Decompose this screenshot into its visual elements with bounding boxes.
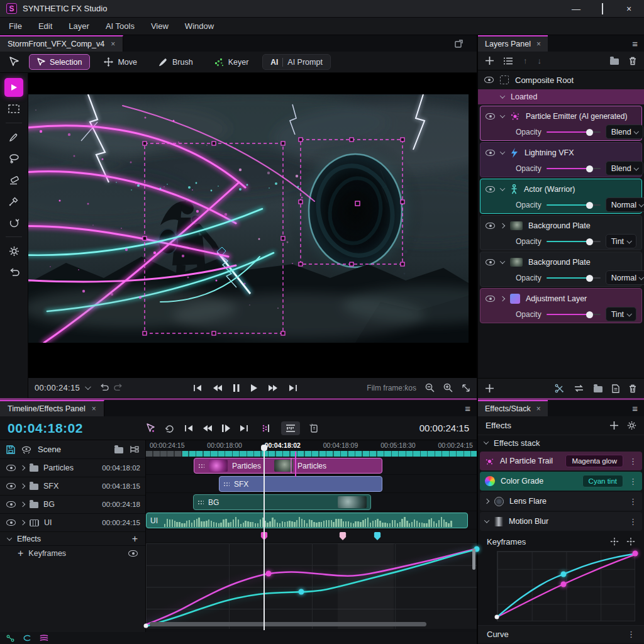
layers-status-icon[interactable] xyxy=(40,635,48,642)
keyframe-dot-cyan[interactable] xyxy=(560,571,566,577)
fast-forward-button[interactable] xyxy=(268,384,278,392)
zoom-in-icon[interactable] xyxy=(443,383,453,392)
opacity-slider[interactable] xyxy=(547,128,601,136)
chevron-down-icon[interactable] xyxy=(7,535,12,540)
move-keyframe-icon[interactable] xyxy=(610,537,619,546)
add-layer-button[interactable] xyxy=(486,57,494,65)
layers-tab-close-icon[interactable]: × xyxy=(536,40,541,48)
preview-status-icon[interactable] xyxy=(23,635,31,641)
chevron-down-icon[interactable] xyxy=(500,149,505,154)
composite-root-checkbox[interactable] xyxy=(500,75,509,84)
play-tool-button[interactable] xyxy=(4,78,23,97)
fit-view-icon[interactable] xyxy=(462,384,470,392)
chevron-down-icon[interactable] xyxy=(500,113,505,118)
keyframe-marker-cyan[interactable] xyxy=(374,532,381,540)
menu-edit[interactable]: Edit xyxy=(38,21,52,31)
select-cursor-icon[interactable] xyxy=(146,423,155,433)
tab-close-icon[interactable]: × xyxy=(111,40,115,48)
kebab-menu-icon[interactable]: ⋮ xyxy=(627,630,635,639)
horizontal-scrollbar[interactable] xyxy=(150,622,426,626)
kebab-menu-icon[interactable]: ⋮ xyxy=(629,457,637,466)
sfx-clip[interactable]: SFX xyxy=(219,476,382,492)
go-to-end-button[interactable] xyxy=(240,425,248,432)
blend-mode-dropdown[interactable]: Tint xyxy=(606,307,636,321)
curve-editor[interactable] xyxy=(146,543,477,629)
visibility-eye-icon[interactable] xyxy=(486,259,495,265)
kebab-menu-icon[interactable]: ⋮ xyxy=(629,517,637,526)
visibility-eye-icon[interactable] xyxy=(128,550,138,557)
keyframes-graph[interactable] xyxy=(497,551,635,621)
selection-tool-button[interactable]: Selection xyxy=(29,54,90,70)
keyframe-dot-magenta[interactable] xyxy=(633,551,638,557)
visibility-eye-icon[interactable] xyxy=(6,501,16,508)
opacity-slider[interactable] xyxy=(547,165,601,172)
undo-history-icon[interactable] xyxy=(99,384,109,392)
track-row-bg[interactable]: BG 00:00:24:18 xyxy=(0,496,145,514)
timeline-progress-bar[interactable] xyxy=(146,451,477,457)
blend-mode-dropdown[interactable]: Blend xyxy=(606,161,643,175)
kebab-menu-icon[interactable]: ⋮ xyxy=(629,497,637,506)
chevron-right-icon[interactable] xyxy=(500,223,505,228)
cursor-icon[interactable] xyxy=(9,57,19,68)
effects-stack-group[interactable]: Effects stack xyxy=(478,435,644,450)
node-graph-status-icon[interactable] xyxy=(6,635,14,642)
tab-timeline-effects[interactable]: Timeline/Effects Panel × xyxy=(0,400,104,416)
kebab-menu-icon[interactable]: ⋮ xyxy=(629,477,637,486)
playhead[interactable] xyxy=(264,450,265,630)
keyframe-marker-pink[interactable] xyxy=(340,532,347,540)
settings-gear-icon[interactable] xyxy=(4,242,23,260)
visibility-eye-icon[interactable] xyxy=(486,186,495,192)
track-row-sfx[interactable]: SFX 00:04:18:15 xyxy=(0,477,145,496)
track-row-particles[interactable]: Particles 00:04:18:02 xyxy=(0,459,145,477)
move-layer-down-button[interactable]: ↓ xyxy=(538,56,542,65)
eyedropper-tool-icon[interactable] xyxy=(4,192,23,211)
visibility-eye-icon[interactable] xyxy=(6,519,16,526)
chevron-right-icon[interactable] xyxy=(484,499,489,504)
add-keyframe-button[interactable]: + xyxy=(18,548,23,558)
blend-mode-dropdown[interactable]: Normal xyxy=(606,270,644,285)
pause-button[interactable] xyxy=(233,384,240,392)
maximize-button[interactable] xyxy=(597,4,608,14)
add-effect-button[interactable]: + xyxy=(132,534,138,544)
chevron-right-icon[interactable] xyxy=(20,484,25,489)
opacity-slider[interactable] xyxy=(547,201,601,209)
undo-tool-icon[interactable] xyxy=(4,263,23,282)
keyframe-marker-row[interactable] xyxy=(146,530,477,543)
effect-row-motion-blur[interactable]: Motion Blur ⋮ xyxy=(480,512,642,531)
chevron-right-icon[interactable] xyxy=(20,465,25,470)
particles-clip[interactable]: Particles Particles xyxy=(194,458,382,474)
keyframe-dot-white[interactable] xyxy=(495,615,499,619)
effects-menu-icon[interactable]: ≡ xyxy=(632,403,638,414)
marquee-tool-icon[interactable] xyxy=(4,99,23,118)
move-all-keyframes-icon[interactable] xyxy=(626,537,635,546)
effect-row-color-grade[interactable]: Color Grade Cyan tint ⋮ xyxy=(480,472,642,491)
visibility-eye-icon[interactable] xyxy=(486,223,495,229)
redo-history-icon[interactable] xyxy=(114,384,123,392)
play-pause-button[interactable] xyxy=(222,425,230,432)
close-button[interactable]: × xyxy=(624,4,634,14)
layer-row-background-plate-2[interactable]: Background Plate Opacity Normal xyxy=(480,252,642,287)
opacity-slider[interactable] xyxy=(547,238,601,245)
rotate-view-tool-icon[interactable] xyxy=(4,213,23,232)
opacity-slider[interactable] xyxy=(547,311,601,318)
folder-icon[interactable] xyxy=(594,385,602,392)
visibility-eye-icon[interactable] xyxy=(486,296,495,302)
effect-badge[interactable]: Magenta glow xyxy=(565,455,623,467)
viewport-timecode[interactable]: 00:00:24:15 xyxy=(35,383,80,392)
folder-icon[interactable] xyxy=(114,446,123,453)
chevron-down-icon[interactable] xyxy=(500,186,505,191)
visibility-eye-icon[interactable] xyxy=(6,465,16,471)
chevron-right-icon[interactable] xyxy=(500,296,505,301)
bg-clip[interactable]: BG xyxy=(193,494,371,510)
tab-layers-panel[interactable]: Layers Panel × xyxy=(478,35,548,52)
track-row-ui[interactable]: UI 00:00:24:15 xyxy=(0,514,145,532)
curve-row[interactable]: Curve ⋮ xyxy=(478,625,644,643)
loop-swap-icon[interactable] xyxy=(574,384,584,392)
vertical-scrollbar[interactable] xyxy=(472,548,475,570)
layer-row-actor-warrior[interactable]: Actor (Warrior) Opacity Normal xyxy=(480,179,642,214)
menu-view[interactable]: View xyxy=(151,21,169,31)
skip-end-button[interactable] xyxy=(289,384,297,392)
clip-settings-icon[interactable] xyxy=(309,423,319,433)
toggle-track-view-button[interactable] xyxy=(281,421,300,435)
viewport-canvas[interactable]: 00:00:24:15 Film frame:ƙos xyxy=(28,73,477,397)
